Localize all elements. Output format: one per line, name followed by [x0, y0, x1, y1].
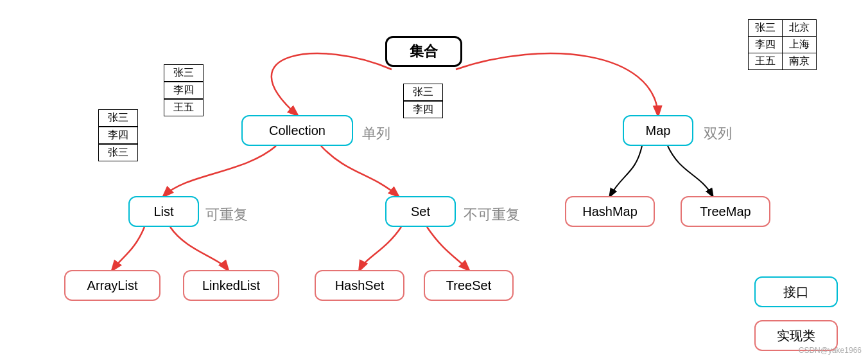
table-cell-name-2: 李四: [749, 37, 783, 53]
stacked-single-item-3: 王五: [164, 99, 204, 116]
legend-impl-label: 实现类: [777, 327, 815, 345]
table-cell-name-3: 王五: [749, 53, 783, 70]
stacked-single-list: 张三 李四 王五: [164, 64, 204, 116]
node-treemap-impl: TreeMap: [681, 196, 770, 227]
node-map-interface: Map: [623, 115, 693, 146]
label-double-col: 双列: [704, 124, 732, 143]
node-set-interface: Set: [385, 196, 456, 227]
node-hashmap-impl: HashMap: [565, 196, 655, 227]
label-repeatable: 可重复: [205, 205, 248, 224]
label-single-col: 单列: [362, 124, 390, 143]
node-collection-interface: Collection: [241, 115, 353, 146]
node-hashset-impl: HashSet: [315, 270, 404, 301]
table-cell-city-2: 上海: [783, 37, 817, 53]
watermark: CSDN@yake1966: [799, 346, 862, 355]
stacked-double-item-3: 张三: [98, 144, 138, 161]
stacked-set-item-1: 张三: [403, 84, 443, 101]
node-arraylist-impl: ArrayList: [64, 270, 161, 301]
stacked-single-item-1: 张三: [164, 64, 204, 82]
legend-interface-box: 接口: [754, 276, 838, 307]
stacked-double-left: 张三 李四 张三: [98, 109, 138, 161]
legend-interface-label: 接口: [783, 284, 809, 301]
stacked-double-item-1: 张三: [98, 109, 138, 127]
node-linkedlist-impl: LinkedList: [183, 270, 279, 301]
table-cell-name-1: 张三: [749, 20, 783, 37]
stacked-single-item-2: 李四: [164, 82, 204, 99]
table-cell-city-3: 南京: [783, 53, 817, 70]
top-right-table: 张三 北京 李四 上海 王五 南京: [748, 19, 817, 70]
label-not-repeatable: 不可重复: [464, 205, 520, 224]
stacked-set-list: 张三 李四: [403, 84, 443, 118]
stacked-set-item-2: 李四: [403, 101, 443, 118]
table-row-3: 王五 南京: [749, 53, 817, 70]
node-treeset-impl: TreeSet: [424, 270, 514, 301]
table-cell-city-1: 北京: [783, 20, 817, 37]
stacked-double-item-2: 李四: [98, 127, 138, 144]
node-collection-root: 集合: [385, 36, 462, 67]
table-row-1: 张三 北京: [749, 20, 817, 37]
table-row-2: 李四 上海: [749, 37, 817, 53]
node-list-interface: List: [128, 196, 199, 227]
diagram: 集合 Collection 单列 Map 双列 List 可重复 Set 不可重…: [0, 0, 868, 360]
